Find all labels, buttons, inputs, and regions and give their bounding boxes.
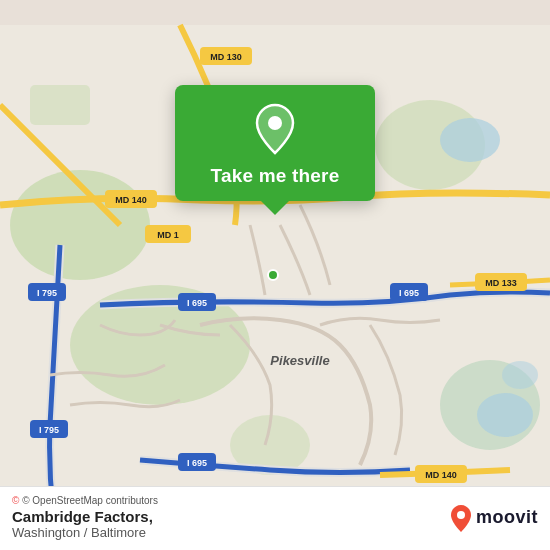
map-background: MD 140 I 795 I 795 I 695 I 695 I 695 MD …: [0, 0, 550, 550]
moovit-brand-label: moovit: [476, 507, 538, 528]
location-subtitle: Washington / Baltimore: [12, 525, 158, 540]
svg-text:MD 130: MD 130: [210, 52, 242, 62]
svg-point-7: [440, 118, 500, 162]
svg-point-8: [477, 393, 533, 437]
bottom-left-info: © © OpenStreetMap contributors Cambridge…: [12, 495, 158, 540]
svg-text:Pikesville: Pikesville: [270, 353, 329, 368]
svg-point-35: [457, 511, 465, 519]
svg-text:I 695: I 695: [187, 458, 207, 468]
svg-text:MD 133: MD 133: [485, 278, 517, 288]
svg-text:MD 140: MD 140: [425, 470, 457, 480]
svg-text:I 695: I 695: [399, 288, 419, 298]
svg-point-33: [268, 270, 278, 280]
take-me-there-label: Take me there: [211, 165, 340, 187]
moovit-pin-icon: [450, 504, 472, 532]
svg-text:MD 140: MD 140: [115, 195, 147, 205]
svg-text:I 695: I 695: [187, 298, 207, 308]
take-me-there-button[interactable]: Take me there: [175, 85, 375, 201]
location-pin-icon: [249, 103, 301, 155]
svg-text:I 795: I 795: [37, 288, 57, 298]
svg-rect-5: [30, 85, 90, 125]
bottom-bar: © © OpenStreetMap contributors Cambridge…: [0, 486, 550, 550]
moovit-logo: moovit: [450, 504, 538, 532]
svg-text:MD 1: MD 1: [157, 230, 179, 240]
svg-text:I 795: I 795: [39, 425, 59, 435]
osm-attribution: © © OpenStreetMap contributors: [12, 495, 158, 506]
svg-point-34: [268, 116, 282, 130]
map-container: MD 140 I 795 I 795 I 695 I 695 I 695 MD …: [0, 0, 550, 550]
svg-point-9: [502, 361, 538, 389]
location-title: Cambridge Factors,: [12, 508, 158, 525]
